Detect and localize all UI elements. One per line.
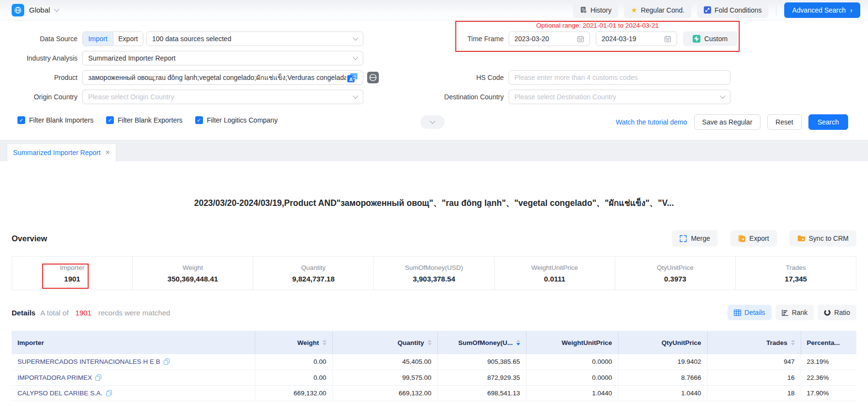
translate-icon[interactable]: A (347, 73, 357, 82)
checkbox-checked-icon[interactable]: ✓ (195, 116, 203, 124)
importer-name-link[interactable]: CALYPSO DEL CARIBE S.A. (12, 385, 255, 401)
search-button[interactable]: Search (808, 114, 848, 130)
history-icon (580, 6, 587, 14)
tab-strip: Summarized Importer Report × (0, 140, 868, 161)
view-details-button[interactable]: Details (728, 305, 772, 320)
language-settings-icon[interactable] (367, 72, 379, 83)
sort-carets-icon[interactable] (428, 340, 432, 345)
importer-name[interactable]: SUPERMERCADOS INTERNACIONALES H E B (17, 358, 160, 365)
table-cell: 8.7666 (618, 370, 707, 385)
checkbox-label: Filter Blank Importers (29, 116, 93, 124)
region-selector[interactable]: Global (12, 4, 59, 16)
merge-button[interactable]: Merge (672, 230, 718, 247)
filter-checkboxes: ✓Filter Blank Importers✓Filter Blank Exp… (17, 116, 278, 124)
view-ratio-button[interactable]: Ratio (818, 305, 856, 320)
checkbox-checked-icon[interactable]: ✓ (17, 116, 25, 124)
report-content: 2023/03/20-2024/03/19,Product AND"заморо… (0, 161, 868, 401)
calendar-icon (577, 35, 584, 43)
calendar-icon (664, 35, 671, 43)
column-header-weight[interactable]: Weight (255, 331, 332, 354)
tab-summarized-importer-report[interactable]: Summarized Importer Report × (7, 143, 116, 161)
stat-label: Trades (786, 264, 806, 271)
import-tab[interactable]: Import (83, 32, 113, 46)
industry-analysis-select[interactable]: Summarized Importer Report (82, 51, 363, 65)
filter-checkbox[interactable]: ✓Filter Blank Importers (17, 116, 93, 124)
chevron-down-icon (353, 35, 358, 40)
importer-name-link[interactable]: IMPORTADORA PRIMEX (12, 370, 255, 385)
filter-checkbox[interactable]: ✓Filter Blank Exporters (106, 116, 183, 124)
data-sources-select[interactable]: 100 data sources selected (146, 31, 363, 46)
stat-value: 9,824,737.18 (292, 275, 335, 283)
details-table: ImporterWeightQuantitySumOfMoney(U...Wei… (12, 331, 856, 401)
industry-analysis-value: Summarized Importer Report (88, 54, 350, 62)
origin-country-placeholder: Please select Origin Country (88, 93, 350, 101)
table-row: CALYPSO DEL CARIBE S.A.669,132.00669,132… (12, 385, 856, 401)
stat-cell: Importer1901 (12, 257, 132, 290)
checkbox-checked-icon[interactable]: ✓ (106, 116, 114, 124)
reset-button[interactable]: Reset (767, 114, 802, 130)
column-header-importer: Importer (12, 331, 255, 354)
column-label: Quantity (398, 339, 424, 346)
hs-code-label: HS Code (417, 70, 504, 85)
table-header-row: ImporterWeightQuantitySumOfMoney(U...Wei… (12, 331, 856, 354)
column-header-quantity[interactable]: Quantity (332, 331, 437, 354)
table-cell: 23.19% (801, 354, 856, 370)
sort-carets-icon[interactable] (791, 340, 795, 345)
close-icon[interactable]: × (106, 149, 110, 156)
fold-conditions-button[interactable]: Fold Conditions (697, 2, 768, 18)
optional-range-note: Optional range: 2021-01-01 to 2024-03-21 (455, 22, 740, 29)
table-cell: 669,132.00 (332, 385, 437, 401)
table-cell: 17.90% (801, 385, 856, 401)
custom-range-button[interactable]: Custom (683, 31, 737, 46)
export-button[interactable]: Export (730, 230, 776, 247)
summary-count: 1901 (76, 309, 92, 317)
stat-cell: Weight350,369,448.41 (132, 257, 253, 290)
regular-cond-button[interactable]: ★ Regular Cond. (624, 2, 691, 18)
collapse-conditions-button[interactable] (420, 115, 445, 129)
column-header-sumofmoney-u[interactable]: SumOfMoney(U... (437, 331, 526, 354)
stat-value: 3,903,378.54 (413, 275, 455, 283)
advanced-search-button[interactable]: Advanced Search › (784, 2, 860, 18)
sync-to-crm-label: Sync to CRM (809, 234, 849, 242)
view-rank-button[interactable]: Rank (775, 305, 814, 320)
history-button[interactable]: History (573, 2, 619, 18)
filter-checkbox[interactable]: ✓Filter Logitics Company (195, 116, 278, 124)
checkbox-label: Filter Logitics Company (207, 116, 278, 124)
copy-icon[interactable] (106, 390, 112, 396)
date-start-input[interactable]: 2023-03-20 (509, 31, 590, 46)
table-cell: 99,575.00 (332, 370, 437, 385)
importer-name[interactable]: CALYPSO DEL CARIBE S.A. (17, 390, 103, 397)
tutorial-link[interactable]: Watch the tutorial demo (616, 118, 687, 126)
table-row: IMPORTADORA PRIMEX0.0099,575.00872,929.3… (12, 370, 856, 385)
table-cell: 0.00 (255, 354, 332, 370)
advanced-search-label: Advanced Search (792, 6, 846, 14)
tab-label: Summarized Importer Report (13, 149, 101, 156)
destination-country-select[interactable]: Please select Destination Country (509, 90, 730, 104)
origin-country-label: Origin Country (0, 90, 78, 104)
sort-carets-icon[interactable] (323, 340, 326, 345)
date-end-input[interactable]: 2024-03-19 (596, 31, 677, 46)
svg-text:A: A (349, 77, 353, 82)
importer-name-link[interactable]: SUPERMERCADOS INTERNACIONALES H E B (12, 354, 255, 370)
column-label: Trades (766, 339, 788, 346)
copy-icon[interactable] (95, 375, 101, 381)
save-as-regular-button[interactable]: Save as Regular (694, 114, 761, 130)
product-input[interactable]: замороженный овощ;rau đông lạnh;vegetal … (82, 70, 363, 85)
origin-country-select[interactable]: Please select Origin Country (82, 90, 363, 104)
data-sources-value: 100 data sources selected (152, 35, 350, 43)
column-header-trades[interactable]: Trades (707, 331, 801, 354)
chevron-down-icon (54, 6, 60, 12)
sort-carets-icon[interactable] (516, 340, 520, 345)
copy-icon[interactable] (164, 359, 170, 365)
globe-icon (12, 4, 24, 16)
column-header-weightunitprice: WeightUnitPrice (526, 331, 618, 354)
importer-name[interactable]: IMPORTADORA PRIMEX (17, 374, 92, 381)
export-tab[interactable]: Export (113, 32, 143, 46)
hs-code-input[interactable]: Please enter more than 4 customs codes (509, 70, 730, 85)
product-label: Product (0, 70, 78, 85)
column-header-qtyunitprice: QtyUnitPrice (618, 331, 707, 354)
ratio-donut-icon (824, 309, 831, 316)
rank-chart-icon (782, 310, 789, 316)
sync-to-crm-button[interactable]: Sync to CRM (790, 230, 856, 247)
table-cell: 1.0440 (526, 385, 618, 401)
